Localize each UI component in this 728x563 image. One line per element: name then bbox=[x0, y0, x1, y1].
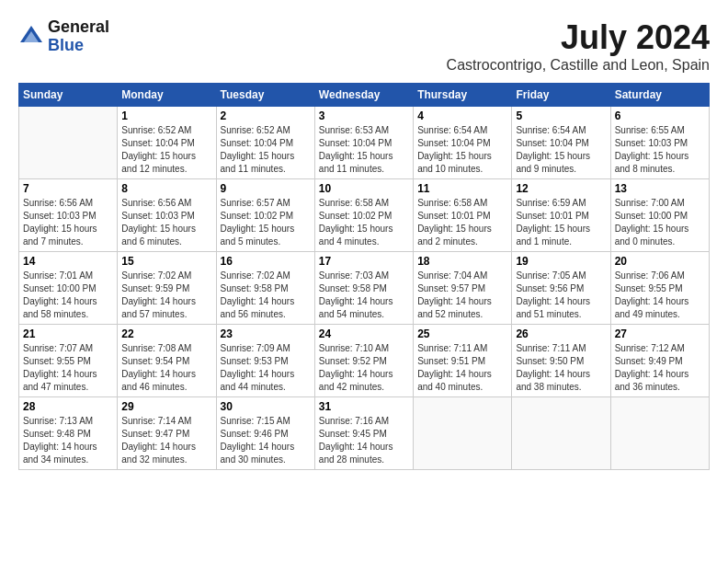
calendar-cell: 6Sunrise: 6:55 AM Sunset: 10:03 PM Dayli… bbox=[610, 107, 709, 179]
day-number: 8 bbox=[121, 182, 211, 195]
logo: General Blue bbox=[18, 18, 109, 55]
day-info: Sunrise: 7:11 AM Sunset: 9:51 PM Dayligh… bbox=[417, 342, 507, 394]
day-info: Sunrise: 7:12 AM Sunset: 9:49 PM Dayligh… bbox=[615, 342, 705, 394]
day-number: 20 bbox=[615, 255, 705, 268]
calendar-cell bbox=[19, 107, 118, 179]
day-info: Sunrise: 7:08 AM Sunset: 9:54 PM Dayligh… bbox=[121, 342, 211, 394]
day-number: 18 bbox=[417, 255, 507, 268]
calendar-cell: 25Sunrise: 7:11 AM Sunset: 9:51 PM Dayli… bbox=[414, 325, 512, 397]
calendar-header-wednesday: Wednesday bbox=[314, 84, 413, 107]
calendar-cell: 19Sunrise: 7:05 AM Sunset: 9:56 PM Dayli… bbox=[512, 252, 610, 325]
day-info: Sunrise: 7:01 AM Sunset: 10:00 PM Daylig… bbox=[23, 270, 113, 321]
calendar-cell: 12Sunrise: 6:59 AM Sunset: 10:01 PM Dayl… bbox=[512, 179, 610, 252]
calendar-header-sunday: Sunday bbox=[19, 84, 118, 107]
day-number: 12 bbox=[516, 182, 606, 195]
calendar-cell: 14Sunrise: 7:01 AM Sunset: 10:00 PM Dayl… bbox=[19, 252, 118, 325]
title-area: July 2024 Castrocontrigo, Castille and L… bbox=[447, 18, 710, 74]
day-info: Sunrise: 6:56 AM Sunset: 10:03 PM Daylig… bbox=[121, 197, 211, 248]
day-number: 28 bbox=[23, 400, 113, 413]
logo-text: General Blue bbox=[48, 18, 109, 55]
day-number: 25 bbox=[417, 327, 507, 340]
day-info: Sunrise: 7:00 AM Sunset: 10:00 PM Daylig… bbox=[615, 197, 705, 248]
calendar-cell: 3Sunrise: 6:53 AM Sunset: 10:04 PM Dayli… bbox=[314, 107, 413, 179]
day-info: Sunrise: 6:59 AM Sunset: 10:01 PM Daylig… bbox=[516, 197, 606, 248]
calendar-cell: 23Sunrise: 7:09 AM Sunset: 9:53 PM Dayli… bbox=[216, 325, 314, 397]
calendar-cell: 27Sunrise: 7:12 AM Sunset: 9:49 PM Dayli… bbox=[610, 325, 709, 397]
calendar-cell: 28Sunrise: 7:13 AM Sunset: 9:48 PM Dayli… bbox=[19, 397, 118, 470]
day-info: Sunrise: 7:06 AM Sunset: 9:55 PM Dayligh… bbox=[615, 270, 705, 321]
calendar-cell: 24Sunrise: 7:10 AM Sunset: 9:52 PM Dayli… bbox=[314, 325, 413, 397]
day-info: Sunrise: 7:13 AM Sunset: 9:48 PM Dayligh… bbox=[23, 415, 113, 466]
logo-icon bbox=[18, 24, 44, 50]
calendar-header-friday: Friday bbox=[512, 84, 610, 107]
day-number: 16 bbox=[221, 255, 311, 268]
logo-blue-text: Blue bbox=[48, 37, 109, 55]
day-number: 27 bbox=[615, 327, 705, 340]
day-info: Sunrise: 6:52 AM Sunset: 10:04 PM Daylig… bbox=[221, 124, 311, 176]
day-number: 1 bbox=[121, 109, 211, 122]
day-info: Sunrise: 6:54 AM Sunset: 10:04 PM Daylig… bbox=[516, 124, 606, 176]
calendar-cell: 9Sunrise: 6:57 AM Sunset: 10:02 PM Dayli… bbox=[216, 179, 314, 252]
day-info: Sunrise: 7:09 AM Sunset: 9:53 PM Dayligh… bbox=[221, 342, 311, 394]
day-info: Sunrise: 6:58 AM Sunset: 10:02 PM Daylig… bbox=[319, 197, 409, 248]
day-info: Sunrise: 7:03 AM Sunset: 9:58 PM Dayligh… bbox=[319, 270, 409, 321]
calendar-header-tuesday: Tuesday bbox=[216, 84, 314, 107]
day-number: 7 bbox=[23, 182, 113, 195]
calendar-table: SundayMondayTuesdayWednesdayThursdayFrid… bbox=[18, 83, 710, 470]
day-number: 19 bbox=[516, 255, 606, 268]
day-number: 10 bbox=[319, 182, 409, 195]
calendar-cell: 2Sunrise: 6:52 AM Sunset: 10:04 PM Dayli… bbox=[216, 107, 314, 179]
calendar-cell: 21Sunrise: 7:07 AM Sunset: 9:55 PM Dayli… bbox=[19, 325, 118, 397]
day-info: Sunrise: 6:55 AM Sunset: 10:03 PM Daylig… bbox=[615, 124, 705, 176]
day-info: Sunrise: 7:04 AM Sunset: 9:57 PM Dayligh… bbox=[417, 270, 507, 321]
day-number: 6 bbox=[615, 109, 705, 122]
day-number: 17 bbox=[319, 255, 409, 268]
calendar-cell: 15Sunrise: 7:02 AM Sunset: 9:59 PM Dayli… bbox=[118, 252, 216, 325]
day-info: Sunrise: 6:58 AM Sunset: 10:01 PM Daylig… bbox=[417, 197, 507, 248]
calendar-cell: 29Sunrise: 7:14 AM Sunset: 9:47 PM Dayli… bbox=[118, 397, 216, 470]
calendar-cell bbox=[610, 397, 709, 470]
calendar-cell bbox=[414, 397, 512, 470]
calendar-week-row: 14Sunrise: 7:01 AM Sunset: 10:00 PM Dayl… bbox=[19, 252, 710, 325]
day-number: 5 bbox=[516, 109, 606, 122]
day-number: 11 bbox=[417, 182, 507, 195]
day-info: Sunrise: 7:05 AM Sunset: 9:56 PM Dayligh… bbox=[516, 270, 606, 321]
day-number: 4 bbox=[417, 109, 507, 122]
day-number: 31 bbox=[319, 400, 409, 413]
day-number: 14 bbox=[23, 255, 113, 268]
day-info: Sunrise: 7:02 AM Sunset: 9:59 PM Dayligh… bbox=[121, 270, 211, 321]
calendar-header-monday: Monday bbox=[118, 84, 216, 107]
day-info: Sunrise: 7:02 AM Sunset: 9:58 PM Dayligh… bbox=[221, 270, 311, 321]
day-number: 29 bbox=[121, 400, 211, 413]
calendar-cell: 1Sunrise: 6:52 AM Sunset: 10:04 PM Dayli… bbox=[118, 107, 216, 179]
calendar-week-row: 1Sunrise: 6:52 AM Sunset: 10:04 PM Dayli… bbox=[19, 107, 710, 179]
day-info: Sunrise: 6:56 AM Sunset: 10:03 PM Daylig… bbox=[23, 197, 113, 248]
day-info: Sunrise: 6:53 AM Sunset: 10:04 PM Daylig… bbox=[319, 124, 409, 176]
page-header: General Blue July 2024 Castrocontrigo, C… bbox=[18, 18, 710, 74]
calendar-cell: 5Sunrise: 6:54 AM Sunset: 10:04 PM Dayli… bbox=[512, 107, 610, 179]
day-number: 26 bbox=[516, 327, 606, 340]
day-number: 13 bbox=[615, 182, 705, 195]
day-info: Sunrise: 6:57 AM Sunset: 10:02 PM Daylig… bbox=[221, 197, 311, 248]
day-number: 22 bbox=[121, 327, 211, 340]
location-title: Castrocontrigo, Castille and Leon, Spain bbox=[447, 57, 710, 74]
calendar-cell: 20Sunrise: 7:06 AM Sunset: 9:55 PM Dayli… bbox=[610, 252, 709, 325]
logo-general-text: General bbox=[48, 18, 109, 37]
calendar-cell: 18Sunrise: 7:04 AM Sunset: 9:57 PM Dayli… bbox=[414, 252, 512, 325]
day-info: Sunrise: 6:52 AM Sunset: 10:04 PM Daylig… bbox=[121, 124, 211, 176]
calendar-cell: 7Sunrise: 6:56 AM Sunset: 10:03 PM Dayli… bbox=[19, 179, 118, 252]
calendar-week-row: 21Sunrise: 7:07 AM Sunset: 9:55 PM Dayli… bbox=[19, 325, 710, 397]
calendar-cell: 10Sunrise: 6:58 AM Sunset: 10:02 PM Dayl… bbox=[314, 179, 413, 252]
calendar-cell: 16Sunrise: 7:02 AM Sunset: 9:58 PM Dayli… bbox=[216, 252, 314, 325]
calendar-week-row: 28Sunrise: 7:13 AM Sunset: 9:48 PM Dayli… bbox=[19, 397, 710, 470]
calendar-cell: 13Sunrise: 7:00 AM Sunset: 10:00 PM Dayl… bbox=[610, 179, 709, 252]
day-info: Sunrise: 7:15 AM Sunset: 9:46 PM Dayligh… bbox=[221, 415, 311, 466]
day-info: Sunrise: 7:16 AM Sunset: 9:45 PM Dayligh… bbox=[319, 415, 409, 466]
calendar-cell bbox=[512, 397, 610, 470]
calendar-cell: 30Sunrise: 7:15 AM Sunset: 9:46 PM Dayli… bbox=[216, 397, 314, 470]
calendar-header-row: SundayMondayTuesdayWednesdayThursdayFrid… bbox=[19, 84, 710, 107]
calendar-cell: 11Sunrise: 6:58 AM Sunset: 10:01 PM Dayl… bbox=[414, 179, 512, 252]
day-info: Sunrise: 7:11 AM Sunset: 9:50 PM Dayligh… bbox=[516, 342, 606, 394]
month-title: July 2024 bbox=[447, 18, 710, 57]
calendar-cell: 17Sunrise: 7:03 AM Sunset: 9:58 PM Dayli… bbox=[314, 252, 413, 325]
